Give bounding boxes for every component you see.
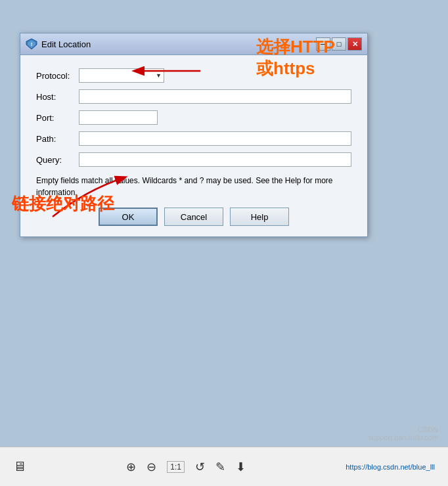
path-label: Path: [36,134,79,144]
path-input[interactable] [79,131,351,146]
download-icon[interactable]: ⬇ [236,460,246,474]
host-label: Host: [36,92,79,102]
host-input[interactable] [79,89,351,104]
edit-icon[interactable]: ✎ [215,460,225,474]
path-row: Path: [36,131,351,146]
watermark: CSDN support.ban.tudu.com [369,426,438,441]
url-bar: https://blog.csdn.net/blue_lll [346,463,435,471]
zoom-ratio: 1:1 [167,461,185,473]
port-row: Port: [36,110,351,125]
rotate-icon[interactable]: ↺ [195,460,205,474]
host-row: Host: [36,89,351,104]
zoom-in-icon[interactable]: ⊕ [126,460,136,474]
svg-text:!: ! [31,41,33,47]
cancel-button[interactable]: Cancel [164,208,223,226]
bottom-toolbar: 🖥 ⊕ ⊖ 1:1 ↺ ✎ ⬇ https://blog.csdn.net/bl… [0,447,448,486]
port-input[interactable] [79,110,158,125]
protocol-arrow-svg [128,58,207,84]
annotation-http-text: 选择HTTP 或https [256,36,335,79]
toolbar-left: 🖥 [13,459,26,474]
dialog-icon: ! [26,38,37,50]
title-left: ! Edit Location [26,38,91,50]
dialog-title: Edit Location [41,39,91,49]
port-label: Port: [36,113,79,123]
zoom-out-icon[interactable]: ⊖ [146,460,156,474]
toolbar-center: ⊕ ⊖ 1:1 ↺ ✎ ⬇ [126,460,246,474]
annotation-path-text: 链接绝对路径 [12,194,114,214]
monitor-icon: 🖥 [13,459,26,474]
help-button[interactable]: Help [230,208,289,226]
protocol-label: Protocol: [36,71,79,81]
close-button[interactable]: ✕ [347,37,362,51]
